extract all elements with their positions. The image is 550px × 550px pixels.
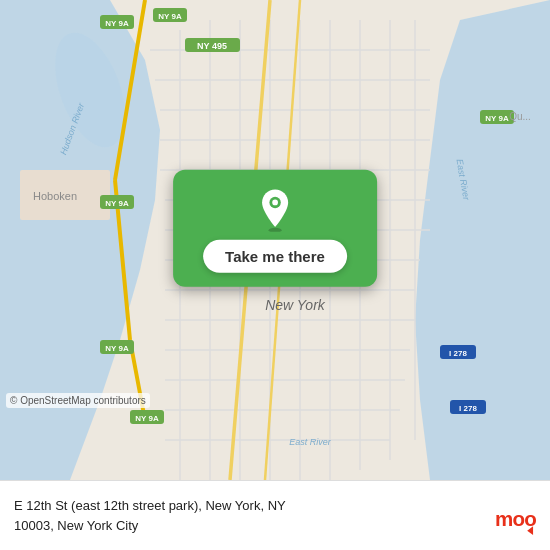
app: NY 495 NY 9A NY 9A NY 9A NY 9A I 278 I 2…: [0, 0, 550, 550]
svg-text:NY 9A: NY 9A: [105, 19, 129, 28]
address-line1: E 12th St (east 12th street park), New Y…: [14, 498, 286, 513]
address-block: E 12th St (east 12th street park), New Y…: [14, 496, 480, 535]
svg-text:New York: New York: [265, 297, 326, 313]
svg-text:I 278: I 278: [459, 404, 477, 413]
svg-text:East River: East River: [289, 437, 332, 447]
svg-text:NY 9A: NY 9A: [135, 414, 159, 423]
svg-text:moovit: moovit: [495, 507, 536, 530]
svg-text:NY 495: NY 495: [197, 41, 227, 51]
svg-text:NY 9A: NY 9A: [485, 114, 509, 123]
moovit-logo-icon: moovit: [492, 494, 536, 538]
map-attribution: © OpenStreetMap contributors: [6, 393, 150, 408]
svg-text:Qu...: Qu...: [509, 111, 531, 122]
svg-text:NY 9A: NY 9A: [158, 12, 182, 21]
take-me-there-overlay: Take me there: [173, 170, 377, 287]
moovit-logo: moovit: [492, 494, 536, 538]
map-container: NY 495 NY 9A NY 9A NY 9A NY 9A I 278 I 2…: [0, 0, 550, 480]
svg-text:NY 9A: NY 9A: [105, 199, 129, 208]
svg-text:NY 9A: NY 9A: [105, 344, 129, 353]
location-pin-icon: [253, 188, 297, 232]
address-line2: 10003, New York City: [14, 518, 138, 533]
bottom-bar: E 12th St (east 12th street park), New Y…: [0, 480, 550, 550]
take-me-there-button[interactable]: Take me there: [203, 240, 347, 273]
svg-point-59: [272, 200, 278, 206]
svg-point-57: [268, 228, 281, 232]
svg-text:Hoboken: Hoboken: [33, 190, 77, 202]
svg-text:I 278: I 278: [449, 349, 467, 358]
address-text: E 12th St (east 12th street park), New Y…: [14, 496, 480, 535]
take-me-there-card: Take me there: [173, 170, 377, 287]
